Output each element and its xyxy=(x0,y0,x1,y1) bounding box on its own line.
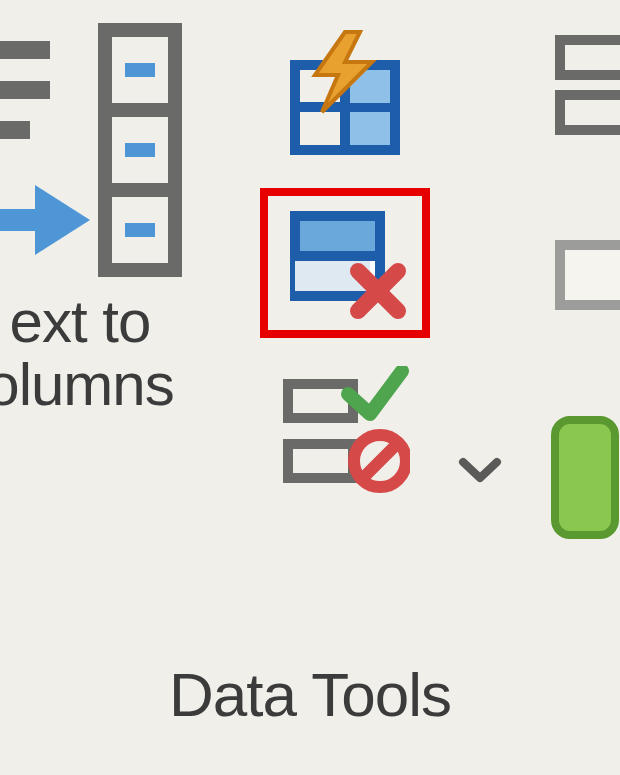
remove-duplicates-icon xyxy=(280,206,410,321)
svg-rect-31 xyxy=(555,420,615,535)
svg-marker-4 xyxy=(35,185,90,255)
consolidate-icon xyxy=(550,25,620,145)
manage-data-model-button[interactable] xyxy=(550,405,620,545)
relationships-button[interactable] xyxy=(550,215,620,355)
svg-rect-29 xyxy=(560,245,620,305)
chevron-down-icon xyxy=(455,450,505,490)
svg-rect-23 xyxy=(288,444,353,478)
ribbon-group-label: Data Tools xyxy=(0,659,620,730)
relationships-icon xyxy=(550,215,620,335)
flash-fill-icon xyxy=(280,30,410,160)
svg-rect-17 xyxy=(295,216,380,256)
remove-duplicates-button[interactable] xyxy=(260,188,430,338)
svg-rect-27 xyxy=(560,95,620,130)
svg-line-25 xyxy=(362,443,398,479)
text-to-columns-label: ext to olumns xyxy=(0,290,174,416)
data-validation-icon xyxy=(280,366,410,496)
text-to-columns-icon xyxy=(0,20,210,280)
svg-rect-15 xyxy=(350,112,390,145)
text-to-columns-button[interactable]: ext to olumns xyxy=(0,20,240,416)
flash-fill-button[interactable] xyxy=(260,20,430,170)
svg-rect-26 xyxy=(560,40,620,75)
consolidate-button[interactable] xyxy=(550,25,620,165)
data-validation-dropdown[interactable] xyxy=(455,450,505,490)
data-validation-button[interactable] xyxy=(260,356,430,506)
data-model-icon xyxy=(550,405,620,545)
